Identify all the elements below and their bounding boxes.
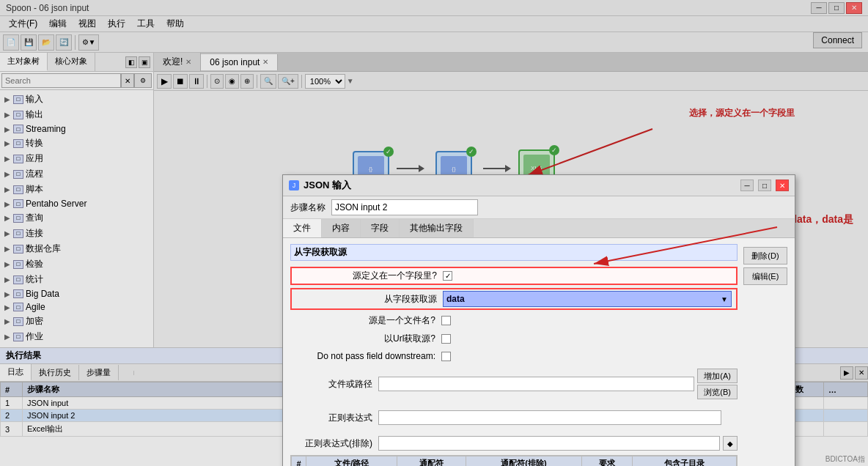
no-pass-label: Do not pass field downstream:: [295, 351, 441, 361]
file-path-label: 文件或路径: [290, 378, 378, 391]
dialog-step-name-row: 步骤名称: [283, 196, 795, 219]
section-title: 从字段获取源: [290, 244, 738, 261]
regex-exclude-label: 正则表达式(排除): [290, 437, 378, 450]
dialog-close-btn[interactable]: ✕: [776, 180, 789, 191]
step-name-label: 步骤名称: [290, 201, 326, 214]
regex-input[interactable]: [378, 410, 721, 425]
no-pass-field-row: Do not pass field downstream:: [290, 350, 738, 363]
edit-btn[interactable]: 编辑(E): [743, 267, 787, 285]
use-url-row: 以Url获取源?: [290, 331, 738, 347]
use-url-label: 以Url获取源?: [295, 333, 441, 345]
source-from-value: data: [446, 294, 465, 304]
dialog-maximize-btn[interactable]: □: [758, 180, 771, 191]
dialog-tab-content[interactable]: 内容: [322, 219, 361, 237]
regex-btn[interactable]: ◆: [723, 436, 738, 451]
dialog-title-text: JSON 输入: [304, 179, 736, 192]
source-is-filename-checkbox[interactable]: [441, 316, 451, 325]
dialog-minimize-btn[interactable]: ─: [740, 180, 754, 191]
file-path-row: 文件或路径 增加(A) 浏览(B): [290, 369, 738, 399]
dialog-body: 从字段获取源 源定义在一个字段里? ✓ 从字段获取源 data ▼: [283, 238, 795, 466]
dialog-tab-bar: 文件 内容 字段 其他输出字段: [283, 219, 795, 238]
source-is-filename-label: 源是一个文件名?: [295, 314, 441, 327]
dialog-tab-file[interactable]: 文件: [283, 219, 322, 237]
source-in-field-checkbox[interactable]: ✓: [443, 271, 452, 281]
regex-row: 正则表达式: [290, 402, 738, 433]
use-url-checkbox[interactable]: [441, 334, 451, 344]
step-name-input[interactable]: [331, 199, 478, 215]
source-in-field-row: 源定义在一个字段里? ✓: [290, 267, 738, 285]
regex-exclude-input[interactable]: [378, 436, 720, 451]
dialog-tab-other-fields[interactable]: 其他输出字段: [400, 219, 474, 237]
file-path-input[interactable]: [378, 377, 694, 391]
source-is-filename-row: 源是一个文件名?: [290, 313, 738, 328]
regex-exclude-row: 正则表达式(排除) ◆: [290, 436, 738, 451]
dialog-title-bar: J JSON 输入 ─ □ ✕: [283, 175, 795, 196]
add-file-btn[interactable]: 增加(A): [697, 369, 738, 383]
browse-file-btn[interactable]: 浏览(B): [697, 385, 738, 399]
dialog-title-icon: J: [289, 180, 299, 191]
regex-label: 正则表达式: [290, 412, 378, 424]
source-from-field-label: 从字段获取源: [296, 293, 443, 306]
no-pass-checkbox[interactable]: [441, 352, 451, 361]
json-dialog: J JSON 输入 ─ □ ✕ 步骤名称 文件 内容 字段 其他输出字段 从字段…: [282, 174, 795, 466]
file-table-container: # 文件/路径 通配符 通配符(排除) 要求 包含子目录 1: [290, 455, 738, 466]
delete-btn[interactable]: 删除(D): [743, 247, 787, 265]
source-from-field-dropdown[interactable]: data ▼: [443, 291, 732, 307]
dialog-tab-fields[interactable]: 字段: [361, 219, 400, 237]
source-in-field-label: 源定义在一个字段里?: [296, 270, 443, 282]
source-from-field-row: 从字段获取源 data ▼: [290, 288, 738, 310]
